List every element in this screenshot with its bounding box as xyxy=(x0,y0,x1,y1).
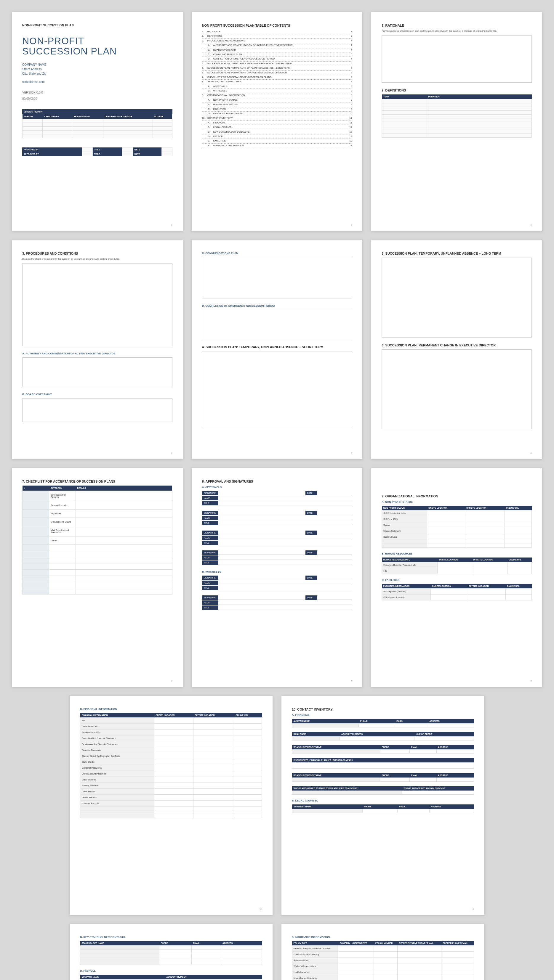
page-row-3: 7. CHECKLIST FOR ACCEPTANCE OF SUCCESSIO… xyxy=(12,468,542,687)
s7-title: 7. CHECKLIST FOR ACCEPTANCE OF SUCCESSIO… xyxy=(22,480,172,483)
branch-rep-table: BRANCH REPRESENTATIVEPHONEEMAILADDRESS xyxy=(292,745,474,754)
branch-rep-table-2: BRANCH REPRESENTATIVEPHONEEMAILADDRESS xyxy=(292,773,474,782)
page-12: C. KEY STAKEHOLDER CONTACTS STAKEHOLDER … xyxy=(70,924,273,980)
web-address: webaddress.com xyxy=(22,80,172,83)
s3-desc: Discuss the chain of command in the even… xyxy=(22,258,172,260)
s10f-title: F. INSURANCE INFORMATION xyxy=(292,935,474,939)
page-7: 7. CHECKLIST FOR ACCEPTANCE OF SUCCESSIO… xyxy=(12,468,183,687)
page-number: 11 xyxy=(471,908,474,910)
s9-title: 9. ORGANIZATIONAL INFORMATION xyxy=(382,495,532,498)
witnesses-block: SIGNATUREDATENAMETITLESIGNATUREDATENAMET… xyxy=(202,576,352,610)
page-4: 3. PROCEDURES AND CONDITIONS Discuss the… xyxy=(12,240,183,459)
s10-title: 10. CONTACT INVENTORY xyxy=(292,708,474,711)
definitions-table: TERMDEFINITION xyxy=(382,94,532,138)
page-number: 8 xyxy=(351,680,352,682)
s3-box xyxy=(22,263,172,346)
page-row-4: D. FINANCIAL INFORMATION FINANCIAL INFOR… xyxy=(70,696,484,915)
version: VERSION 0.0.0 xyxy=(22,91,172,94)
investments-table: INVESTMENTS: FINANCIAL PLANNER / BROKER … xyxy=(292,758,474,768)
s1-desc: Provide purpose of succession plan and t… xyxy=(382,30,532,32)
date: 00/00/0000 xyxy=(22,97,172,100)
page-row-1: NON-PROFIT SUCCESSION PLAN NON-PROFITSUC… xyxy=(12,12,542,231)
page-9: 9. ORGANIZATIONAL INFORMATION A. NON-PRO… xyxy=(371,468,542,687)
page-row-5: C. KEY STAKEHOLDER CONTACTS STAKEHOLDER … xyxy=(70,924,484,980)
version-history-title: VERSION HISTORY xyxy=(22,109,172,114)
nonprofit-status-table: NON-PROFIT STATUSONSITE LOCATIONOFFSITE … xyxy=(382,506,532,548)
toc-list: 1.RATIONALE32.DEFINITIONS33.PROCEDURES A… xyxy=(202,30,352,148)
s10b-title: B. LEGAL COUNSEL xyxy=(292,799,474,802)
s6-box xyxy=(382,349,532,429)
page-6: 5. SUCCESSION PLAN: TEMPORARY, UNPLANNED… xyxy=(371,240,542,459)
s3d-title: D. COMPLETION OF EMERGENCY SUCCESSION PE… xyxy=(202,304,352,307)
page-10: D. FINANCIAL INFORMATION FINANCIAL INFOR… xyxy=(70,696,273,915)
auditor-table: AUDITOR NAMEPHONEEMAILADDRESS xyxy=(292,719,474,727)
page-8: 8. APPROVAL AND SIGNATURES A. APPROVALS … xyxy=(192,468,362,687)
page-2-toc: NON-PROFIT SUCCESSION PLAN TABLE OF CONT… xyxy=(192,12,362,231)
page-number: 6 xyxy=(531,452,532,455)
s8a-title: A. APPROVALS xyxy=(202,485,352,488)
version-history-table: VERSIONAPPROVED BYREVISION DATEDESCRIPTI… xyxy=(22,114,172,138)
s3c-title: C. COMMUNICATIONS PLAN xyxy=(202,252,352,255)
s9c-title: C. FACILITIES xyxy=(382,579,532,581)
attorney-table: ATTORNEY NAMEPHONEEMAILADDRESS xyxy=(292,804,474,813)
stakeholder-table: STAKEHOLDER NAMEPHONEEMAILADDRESS xyxy=(80,941,262,965)
payroll-company-table: COMPANY NAMEACCOUNT NUMBER xyxy=(80,975,262,980)
page-number: 4 xyxy=(171,452,172,455)
s10d-title: D. PAYROLL xyxy=(80,969,262,972)
s9b-title: B. HUMAN RESOURCES xyxy=(382,552,532,555)
s8-title: 8. APPROVAL AND SIGNATURES xyxy=(202,480,352,483)
s8b-title: B. WITNESSES xyxy=(202,570,352,573)
s3b-box xyxy=(22,398,172,422)
s3a-title: A. AUTHORITY AND COMPENSATION OF ACTING … xyxy=(22,352,172,355)
doc-header: NON-PROFIT SUCCESSION PLAN xyxy=(22,24,172,27)
bank-table: BANK NAMEACCOUNT NUMBERSLINE OF CREDIT xyxy=(292,732,474,740)
toc-title: NON-PROFIT SUCCESSION PLAN TABLE OF CONT… xyxy=(202,24,352,27)
prepared-by-table: PREPARED BYTITLEDATE APPROVED BYTITLEDAT… xyxy=(22,147,172,156)
s3a-box xyxy=(22,357,172,387)
page-5: C. COMMUNICATIONS PLAN D. COMPLETION OF … xyxy=(192,240,362,459)
s10a-title: A. FINANCIAL xyxy=(292,714,474,716)
doc-title: NON-PROFITSUCCESSION PLAN xyxy=(22,36,172,57)
s2-title: 2. DEFINITIONS xyxy=(382,89,532,92)
s3b-title: B. BOARD OVERSIGHT xyxy=(22,393,172,396)
page-1-cover: NON-PROFIT SUCCESSION PLAN NON-PROFITSUC… xyxy=(12,12,183,231)
page-row-2: 3. PROCEDURES AND CONDITIONS Discuss the… xyxy=(12,240,542,459)
facilities-table: FACILITIES INFORMATIONONSITE LOCATIONOFF… xyxy=(382,584,532,600)
page-number: 5 xyxy=(351,452,352,455)
page-number: 1 xyxy=(171,224,172,226)
s3-title: 3. PROCEDURES AND CONDITIONS xyxy=(22,252,172,255)
s3c-box xyxy=(202,257,352,298)
page-number: 7 xyxy=(171,680,172,682)
s4-box xyxy=(202,351,352,428)
s1-box xyxy=(382,35,532,83)
page-number: 10 xyxy=(260,908,262,910)
page-number: 2 xyxy=(351,224,352,226)
financial-info-table: FINANCIAL INFORMATIONONSITE LOCATIONOFFS… xyxy=(80,713,262,818)
auth-table: WHO IS AUTHORIZED TO MAKE STOCK AND WIRE… xyxy=(292,786,474,795)
s6-title: 6. SUCCESSION PLAN: PERMANENT CHANGE IN … xyxy=(382,344,532,347)
s5-title: 5. SUCCESSION PLAN: TEMPORARY, UNPLANNED… xyxy=(382,252,532,255)
checklist-table: XCATEGORYDETAILS Succession Plan Approva… xyxy=(22,485,172,595)
page-3: 1. RATIONALE Provide purpose of successi… xyxy=(371,12,542,231)
s3d-box xyxy=(202,310,352,339)
s5-box xyxy=(382,258,532,337)
hr-table: HUMAN RESOURCES INFOONSITE LOCATIONOFFSI… xyxy=(382,557,532,574)
s9a-title: A. NON-PROFIT STATUS xyxy=(382,500,532,503)
page-11: 10. CONTACT INVENTORY A. FINANCIAL AUDIT… xyxy=(281,696,484,915)
approvals-block: SIGNATUREDATENAMETITLESIGNATUREDATENAMET… xyxy=(202,491,352,565)
page-number: 3 xyxy=(531,224,532,226)
company-block: COMPANY NAMEStreet AddressCity, State an… xyxy=(22,62,172,76)
page-13: F. INSURANCE INFORMATION POLICY TYPECOMP… xyxy=(281,924,484,980)
s1-title: 1. RATIONALE xyxy=(382,24,532,27)
page-number: 9 xyxy=(531,680,532,682)
s4-title: 4. SUCCESSION PLAN: TEMPORARY, UNPLANNED… xyxy=(202,345,352,349)
s9d-title: D. FINANCIAL INFORMATION xyxy=(80,708,262,711)
insurance-table: POLICY TYPECOMPANY / UNDERWRITERPOLICY N… xyxy=(292,941,474,980)
s10c-title: C. KEY STAKEHOLDER CONTACTS xyxy=(80,935,262,939)
